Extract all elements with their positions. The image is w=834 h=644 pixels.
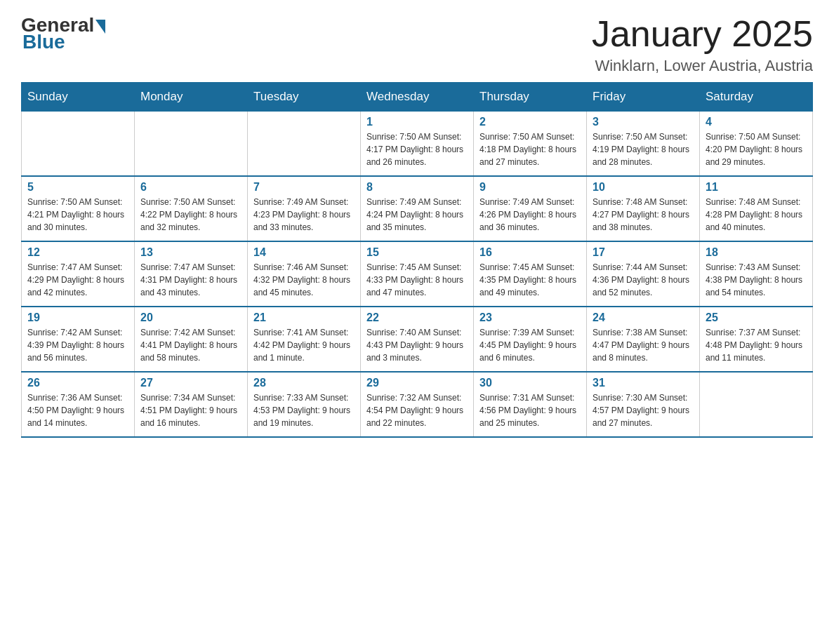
day-info: Sunrise: 7:33 AM Sunset: 4:53 PM Dayligh… bbox=[253, 391, 355, 429]
day-number: 14 bbox=[253, 246, 355, 259]
calendar-week-row: 19Sunrise: 7:42 AM Sunset: 4:39 PM Dayli… bbox=[22, 307, 813, 372]
day-number: 9 bbox=[479, 181, 581, 194]
day-number: 25 bbox=[706, 311, 807, 324]
day-info: Sunrise: 7:39 AM Sunset: 4:45 PM Dayligh… bbox=[479, 326, 581, 364]
calendar-cell bbox=[248, 112, 361, 177]
day-number: 6 bbox=[140, 181, 241, 194]
day-number: 27 bbox=[140, 377, 241, 389]
day-number: 4 bbox=[706, 116, 807, 128]
logo-blue-text: Blue bbox=[22, 31, 65, 53]
calendar-cell: 28Sunrise: 7:33 AM Sunset: 4:53 PM Dayli… bbox=[248, 372, 361, 437]
day-info: Sunrise: 7:49 AM Sunset: 4:26 PM Dayligh… bbox=[479, 196, 581, 234]
logo: General Blue bbox=[21, 14, 107, 53]
day-number: 3 bbox=[593, 116, 694, 128]
day-info: Sunrise: 7:49 AM Sunset: 4:24 PM Dayligh… bbox=[366, 196, 468, 234]
day-number: 7 bbox=[253, 181, 355, 194]
calendar-table: SundayMondayTuesdayWednesdayThursdayFrid… bbox=[21, 82, 813, 438]
day-info: Sunrise: 7:49 AM Sunset: 4:23 PM Dayligh… bbox=[253, 196, 355, 234]
calendar-cell: 3Sunrise: 7:50 AM Sunset: 4:19 PM Daylig… bbox=[587, 112, 700, 177]
day-number: 22 bbox=[366, 311, 468, 324]
day-number: 8 bbox=[366, 181, 468, 194]
calendar-cell: 1Sunrise: 7:50 AM Sunset: 4:17 PM Daylig… bbox=[361, 112, 474, 177]
calendar-header-row: SundayMondayTuesdayWednesdayThursdayFrid… bbox=[22, 83, 813, 112]
calendar-cell: 31Sunrise: 7:30 AM Sunset: 4:57 PM Dayli… bbox=[587, 372, 700, 437]
day-number: 19 bbox=[27, 311, 128, 324]
calendar-cell: 15Sunrise: 7:45 AM Sunset: 4:33 PM Dayli… bbox=[361, 241, 474, 307]
day-info: Sunrise: 7:30 AM Sunset: 4:57 PM Dayligh… bbox=[593, 391, 694, 429]
day-number: 10 bbox=[593, 181, 694, 194]
calendar-week-row: 1Sunrise: 7:50 AM Sunset: 4:17 PM Daylig… bbox=[22, 112, 813, 177]
calendar-cell bbox=[22, 112, 135, 177]
calendar-subtitle: Winklarn, Lower Austria, Austria bbox=[592, 57, 813, 75]
calendar-cell: 18Sunrise: 7:43 AM Sunset: 4:38 PM Dayli… bbox=[700, 241, 813, 307]
calendar-cell: 20Sunrise: 7:42 AM Sunset: 4:41 PM Dayli… bbox=[135, 307, 248, 372]
header-cell-saturday: Saturday bbox=[700, 83, 813, 112]
day-number: 18 bbox=[706, 246, 807, 259]
title-block: January 2025 Winklarn, Lower Austria, Au… bbox=[592, 14, 813, 75]
calendar-cell: 17Sunrise: 7:44 AM Sunset: 4:36 PM Dayli… bbox=[587, 241, 700, 307]
calendar-cell: 13Sunrise: 7:47 AM Sunset: 4:31 PM Dayli… bbox=[135, 241, 248, 307]
calendar-cell: 6Sunrise: 7:50 AM Sunset: 4:22 PM Daylig… bbox=[135, 176, 248, 241]
day-number: 26 bbox=[27, 377, 128, 389]
calendar-cell: 24Sunrise: 7:38 AM Sunset: 4:47 PM Dayli… bbox=[587, 307, 700, 372]
calendar-cell: 11Sunrise: 7:48 AM Sunset: 4:28 PM Dayli… bbox=[700, 176, 813, 241]
calendar-cell bbox=[135, 112, 248, 177]
day-info: Sunrise: 7:48 AM Sunset: 4:27 PM Dayligh… bbox=[593, 196, 694, 234]
day-info: Sunrise: 7:41 AM Sunset: 4:42 PM Dayligh… bbox=[253, 326, 355, 364]
day-number: 5 bbox=[27, 181, 128, 194]
day-info: Sunrise: 7:34 AM Sunset: 4:51 PM Dayligh… bbox=[140, 391, 241, 429]
calendar-cell: 22Sunrise: 7:40 AM Sunset: 4:43 PM Dayli… bbox=[361, 307, 474, 372]
calendar-cell: 29Sunrise: 7:32 AM Sunset: 4:54 PM Dayli… bbox=[361, 372, 474, 437]
logo-arrow-icon bbox=[95, 20, 105, 34]
day-number: 24 bbox=[593, 311, 694, 324]
calendar-cell: 4Sunrise: 7:50 AM Sunset: 4:20 PM Daylig… bbox=[700, 112, 813, 177]
header-cell-sunday: Sunday bbox=[22, 83, 135, 112]
day-info: Sunrise: 7:44 AM Sunset: 4:36 PM Dayligh… bbox=[593, 261, 694, 299]
day-number: 11 bbox=[706, 181, 807, 194]
header-cell-thursday: Thursday bbox=[474, 83, 587, 112]
calendar-cell: 2Sunrise: 7:50 AM Sunset: 4:18 PM Daylig… bbox=[474, 112, 587, 177]
day-info: Sunrise: 7:47 AM Sunset: 4:31 PM Dayligh… bbox=[140, 261, 241, 299]
day-info: Sunrise: 7:32 AM Sunset: 4:54 PM Dayligh… bbox=[366, 391, 468, 429]
day-info: Sunrise: 7:50 AM Sunset: 4:21 PM Dayligh… bbox=[27, 196, 128, 234]
day-info: Sunrise: 7:43 AM Sunset: 4:38 PM Dayligh… bbox=[706, 261, 807, 299]
calendar-cell: 23Sunrise: 7:39 AM Sunset: 4:45 PM Dayli… bbox=[474, 307, 587, 372]
calendar-cell: 14Sunrise: 7:46 AM Sunset: 4:32 PM Dayli… bbox=[248, 241, 361, 307]
day-info: Sunrise: 7:45 AM Sunset: 4:33 PM Dayligh… bbox=[366, 261, 468, 299]
calendar-cell: 21Sunrise: 7:41 AM Sunset: 4:42 PM Dayli… bbox=[248, 307, 361, 372]
header-cell-tuesday: Tuesday bbox=[248, 83, 361, 112]
day-info: Sunrise: 7:50 AM Sunset: 4:22 PM Dayligh… bbox=[140, 196, 241, 234]
day-info: Sunrise: 7:48 AM Sunset: 4:28 PM Dayligh… bbox=[706, 196, 807, 234]
calendar-week-row: 5Sunrise: 7:50 AM Sunset: 4:21 PM Daylig… bbox=[22, 176, 813, 241]
day-number: 31 bbox=[593, 377, 694, 389]
day-info: Sunrise: 7:46 AM Sunset: 4:32 PM Dayligh… bbox=[253, 261, 355, 299]
day-info: Sunrise: 7:47 AM Sunset: 4:29 PM Dayligh… bbox=[27, 261, 128, 299]
calendar-cell: 9Sunrise: 7:49 AM Sunset: 4:26 PM Daylig… bbox=[474, 176, 587, 241]
page-header: General Blue January 2025 Winklarn, Lowe… bbox=[21, 14, 813, 75]
day-info: Sunrise: 7:37 AM Sunset: 4:48 PM Dayligh… bbox=[706, 326, 807, 364]
calendar-cell: 10Sunrise: 7:48 AM Sunset: 4:27 PM Dayli… bbox=[587, 176, 700, 241]
header-cell-monday: Monday bbox=[135, 83, 248, 112]
calendar-cell bbox=[700, 372, 813, 437]
calendar-cell: 16Sunrise: 7:45 AM Sunset: 4:35 PM Dayli… bbox=[474, 241, 587, 307]
day-number: 12 bbox=[27, 246, 128, 259]
day-info: Sunrise: 7:45 AM Sunset: 4:35 PM Dayligh… bbox=[479, 261, 581, 299]
day-info: Sunrise: 7:42 AM Sunset: 4:39 PM Dayligh… bbox=[27, 326, 128, 364]
day-info: Sunrise: 7:36 AM Sunset: 4:50 PM Dayligh… bbox=[27, 391, 128, 429]
day-number: 23 bbox=[479, 311, 581, 324]
day-number: 17 bbox=[593, 246, 694, 259]
day-info: Sunrise: 7:38 AM Sunset: 4:47 PM Dayligh… bbox=[593, 326, 694, 364]
day-info: Sunrise: 7:50 AM Sunset: 4:17 PM Dayligh… bbox=[366, 130, 468, 168]
calendar-cell: 27Sunrise: 7:34 AM Sunset: 4:51 PM Dayli… bbox=[135, 372, 248, 437]
day-number: 29 bbox=[366, 377, 468, 389]
day-number: 28 bbox=[253, 377, 355, 389]
calendar-cell: 19Sunrise: 7:42 AM Sunset: 4:39 PM Dayli… bbox=[22, 307, 135, 372]
calendar-week-row: 26Sunrise: 7:36 AM Sunset: 4:50 PM Dayli… bbox=[22, 372, 813, 437]
day-number: 1 bbox=[366, 116, 468, 128]
calendar-cell: 26Sunrise: 7:36 AM Sunset: 4:50 PM Dayli… bbox=[22, 372, 135, 437]
calendar-cell: 7Sunrise: 7:49 AM Sunset: 4:23 PM Daylig… bbox=[248, 176, 361, 241]
calendar-title: January 2025 bbox=[592, 14, 813, 54]
calendar-cell: 8Sunrise: 7:49 AM Sunset: 4:24 PM Daylig… bbox=[361, 176, 474, 241]
day-number: 20 bbox=[140, 311, 241, 324]
calendar-cell: 12Sunrise: 7:47 AM Sunset: 4:29 PM Dayli… bbox=[22, 241, 135, 307]
